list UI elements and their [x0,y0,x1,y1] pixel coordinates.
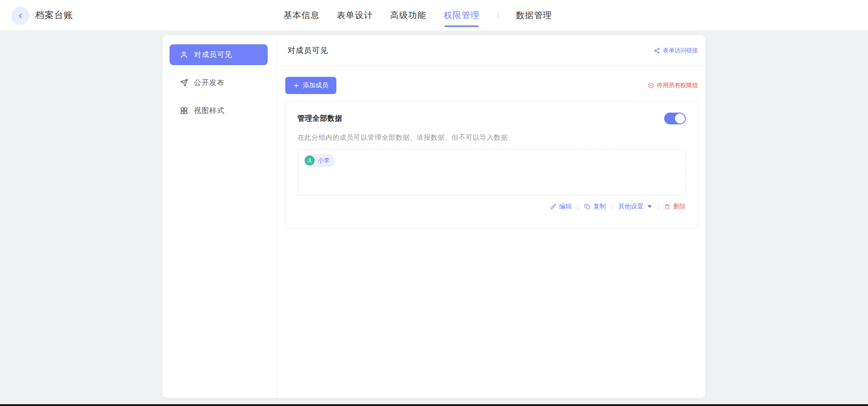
sidebar-item-view-style[interactable]: 视图样式 [170,100,268,121]
card-actions: 编辑 | 复制 | 其他设置 | [297,203,686,211]
copy-icon [584,203,590,210]
copy-button[interactable]: 复制 [584,203,606,211]
tab-permission-management[interactable]: 权限管理 [443,0,480,30]
add-member-label: 添加成员 [303,81,328,90]
tab-basic-info[interactable]: 基本信息 [283,0,320,30]
bottom-edge-bar [0,404,868,406]
permission-group-card: 管理全部数据 在此分组内的成员可以管理全部数据、填报数据、但不可以导入数据 小李 [285,101,698,228]
user-icon [180,51,188,59]
plus-icon [293,83,299,89]
content-title: 对成员可见 [288,45,328,56]
page-title: 档案台账 [35,0,73,30]
other-settings-label: 其他设置 [618,203,644,211]
back-button[interactable] [11,7,29,25]
top-header: 档案台账 基本信息 表单设计 高级功能 权限管理 | 数据管理 [0,0,868,31]
member-avatar [305,156,315,165]
sidebar-item-public-publish[interactable]: 公开发布 [170,72,268,93]
form-access-link-label: 表单访问链接 [663,47,698,55]
content-header: 对成员可见 表单访问链接 [277,35,705,66]
chevron-left-icon [17,12,24,19]
edit-button[interactable]: 编辑 [550,203,572,211]
delete-label: 删除 [673,203,686,211]
content-body: 添加成员 停用所有权限组 管理全部数据 在此分组内的成员可以管理全部 [277,66,705,228]
member-name: 小李 [318,156,330,165]
permission-group-toggle[interactable] [664,113,686,124]
sidebar-item-label: 视图样式 [194,106,225,116]
permission-content: 对成员可见 表单访问链接 添加成员 [277,35,705,398]
permission-sidebar: 对成员可见 公开发布 视图样式 [162,35,276,398]
disable-all-label: 停用所有权限组 [657,81,698,90]
main-panel: 对成员可见 公开发布 视图样式 对成员可见 表单访问链接 [162,35,705,398]
other-settings-dropdown[interactable]: 其他设置 [618,203,652,211]
toggle-knob [675,113,685,123]
sidebar-item-label: 公开发布 [194,78,225,88]
edit-label: 编辑 [559,203,572,211]
send-icon [180,79,188,87]
tab-form-design[interactable]: 表单设计 [337,0,373,30]
toolbar: 添加成员 停用所有权限组 [285,77,698,94]
header-tabs: 基本信息 表单设计 高级功能 权限管理 | 数据管理 [283,0,552,30]
pencil-icon [550,203,557,210]
sidebar-item-member-visible[interactable]: 对成员可见 [170,44,268,65]
action-separator: | [611,203,613,210]
tab-advanced-features[interactable]: 高级功能 [390,0,426,30]
member-tag[interactable]: 小李 [303,154,335,167]
trash-icon [664,203,670,210]
grid-icon [180,107,188,115]
delete-button[interactable]: 删除 [664,203,686,211]
member-list-box: 小李 [297,149,686,195]
pause-circle-icon [648,82,654,89]
tab-data-management[interactable]: 数据管理 [516,0,552,30]
permission-group-title: 管理全部数据 [297,114,342,123]
action-separator: | [577,203,579,210]
sidebar-item-label: 对成员可见 [194,50,232,60]
form-access-link[interactable]: 表单访问链接 [654,47,698,55]
disable-all-permission-groups[interactable]: 停用所有权限组 [648,81,698,90]
action-separator: | [657,203,659,210]
permission-group-description: 在此分组内的成员可以管理全部数据、填报数据、但不可以导入数据 [297,133,686,142]
add-member-button[interactable]: 添加成员 [285,77,336,94]
share-icon [654,47,660,54]
tab-divider: | [497,11,499,19]
copy-label: 复制 [593,203,606,211]
card-title-row: 管理全部数据 [297,113,686,124]
caret-down-icon [647,205,652,208]
